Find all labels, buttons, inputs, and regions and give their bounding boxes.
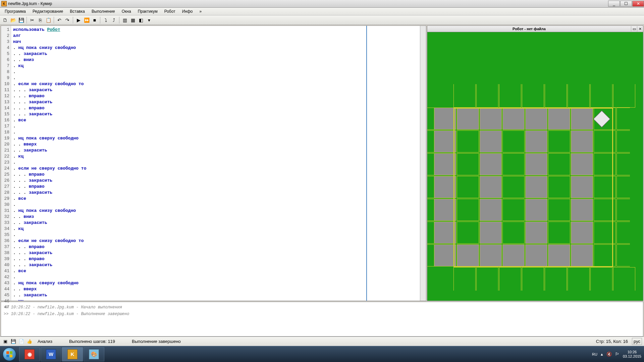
menu-практикум[interactable]: Практикум (135, 8, 161, 15)
grid-cell (613, 267, 635, 291)
line-gutter: 1234567891011121314151617181920212223242… (1, 26, 11, 301)
grid-cell (590, 84, 612, 108)
grid-cell (522, 84, 544, 108)
tray-volume-icon[interactable]: 🔇 (606, 352, 612, 357)
system-tray: RU ▴ 🔇 🏳 10:26 03.12.2015 (592, 350, 644, 359)
grid-cell (568, 267, 590, 291)
tray-show-hidden-icon[interactable]: ▴ (601, 352, 603, 357)
cursor-position: Стр: 15, Кол: 16 (596, 339, 628, 344)
status-steps: Выполнено шагов: 119 (69, 339, 115, 344)
grid-cell (499, 267, 521, 291)
copy-icon[interactable]: ⎘ (37, 16, 44, 24)
toolbar-separator (54, 17, 54, 23)
grid-cell (522, 267, 544, 291)
grid-cell-painted (434, 222, 456, 244)
task-word[interactable]: W (41, 347, 61, 361)
actor-icon[interactable]: ◧ (137, 16, 145, 24)
grid-cell-painted (434, 176, 456, 198)
menu-робот[interactable]: Робот (161, 8, 179, 15)
menu-редактирование[interactable]: Редактирование (29, 8, 66, 15)
tray-lang[interactable]: RU (592, 352, 597, 356)
task-chrome[interactable]: ◉ (19, 347, 40, 361)
grid-cell (616, 108, 630, 130)
tray-clock[interactable]: 10:26 03.12.2015 (623, 350, 641, 359)
maximize-button[interactable]: ☐ (620, 1, 632, 7)
grid-cell (590, 267, 612, 291)
grid-cell (613, 84, 635, 108)
toolbar: 🗋📂💾✂⎘📋↶↷▶⏩■⤵⤴▥▦◧▾ (0, 15, 644, 25)
robot-field[interactable] (427, 32, 643, 301)
task-kumir[interactable]: K (62, 347, 83, 361)
new-file-icon[interactable]: 🗋 (1, 16, 9, 24)
status-icon-doc[interactable]: 📄 (18, 338, 25, 345)
panel2-icon[interactable]: ▦ (129, 16, 137, 24)
tray-flag-icon[interactable]: 🏳 (615, 352, 620, 357)
robot-maximize-button[interactable]: ▭ (631, 26, 637, 32)
grid-cell-painted (434, 130, 456, 153)
grid-cell (568, 84, 590, 108)
task-paint[interactable]: 🎨 (84, 347, 104, 361)
status-done: Выполнение завершено (132, 339, 181, 344)
menu-программа[interactable]: Программа (1, 8, 29, 15)
robot-panel: Робот - нет файла ▭ ✕ (427, 25, 643, 301)
code-area[interactable]: использовать Робот алг нач . нц пока сни… (11, 26, 366, 301)
status-icon-save[interactable]: 💾 (10, 338, 17, 345)
task-word-icon: W (46, 349, 56, 359)
minimize-button[interactable]: _ (608, 1, 620, 7)
step-out-icon[interactable]: ⤴ (110, 16, 117, 24)
svg-rect-2 (6, 355, 9, 357)
menu-»[interactable]: » (196, 8, 205, 15)
run-icon[interactable]: ▶ (75, 16, 82, 24)
close-button[interactable]: ✕ (632, 1, 644, 7)
grid-cell (545, 267, 567, 291)
editor-right-margin (366, 26, 420, 301)
task-paint-icon: 🎨 (89, 349, 99, 359)
grid-cell (616, 130, 630, 153)
editor-scrollbar[interactable] (420, 26, 426, 301)
panel1-icon[interactable]: ▥ (121, 16, 128, 24)
robot-close-button[interactable]: ✕ (637, 26, 643, 32)
tray-time: 10:26 (623, 350, 641, 354)
step-into-icon[interactable]: ⤵ (102, 16, 109, 24)
svg-rect-3 (10, 355, 12, 357)
robot-titlebar: Робот - нет файла ▭ ✕ (427, 25, 643, 32)
dropdown-icon[interactable]: ▾ (145, 16, 153, 24)
grid-cell (616, 176, 630, 198)
menu-инфо[interactable]: Инфо (179, 8, 196, 15)
task-kumir-icon: K (67, 349, 77, 359)
status-icon-ok[interactable]: 👍 (26, 338, 33, 345)
status-bar: ▣ 💾 📄 👍 Анализ Выполнено шагов: 119 Выпо… (0, 337, 644, 346)
robot-title: Робот - нет файла (427, 27, 631, 31)
start-button[interactable] (0, 346, 19, 362)
menu-окна[interactable]: Окна (118, 8, 135, 15)
grid-cell-painted (434, 244, 456, 266)
step-icon[interactable]: ⏩ (83, 16, 90, 24)
input-mode[interactable]: рус (632, 338, 642, 345)
stop-icon[interactable]: ■ (91, 16, 98, 24)
window-title: newfile.Jpg.kum - Кумир (8, 1, 52, 6)
save-icon[interactable]: 💾 (17, 16, 25, 24)
open-file-icon[interactable]: 📂 (9, 16, 17, 24)
app-icon: K (1, 1, 7, 6)
taskbar: ◉WK🎨 RU ▴ 🔇 🏳 10:26 03.12.2015 (0, 346, 644, 362)
grid-cell-painted (434, 108, 456, 130)
redo-icon[interactable]: ↷ (64, 16, 71, 24)
paste-icon[interactable]: 📋 (45, 16, 52, 24)
window-titlebar: K newfile.Jpg.kum - Кумир _ ☐ ✕ (0, 0, 644, 8)
grid-cell (499, 84, 521, 108)
output-console[interactable]: >> 10:26:22 - newfile.Jpg.kum - Начало в… (1, 302, 643, 337)
undo-icon[interactable]: ↶ (56, 16, 63, 24)
grid-cell (453, 267, 476, 291)
status-icon-1[interactable]: ▣ (2, 338, 9, 345)
menu-вставка[interactable]: Вставка (66, 8, 88, 15)
grid-cell (616, 222, 630, 244)
cut-icon[interactable]: ✂ (29, 16, 36, 24)
status-analysis: Анализ (38, 339, 52, 344)
svg-rect-0 (6, 351, 9, 354)
tray-date: 03.12.2015 (623, 354, 641, 359)
menu-выполнение[interactable]: Выполнение (88, 8, 118, 15)
svg-rect-1 (10, 351, 12, 354)
toolbar-separator (73, 17, 73, 23)
grid-cell (476, 84, 498, 108)
code-editor[interactable]: 1234567891011121314151617181920212223242… (1, 25, 426, 301)
